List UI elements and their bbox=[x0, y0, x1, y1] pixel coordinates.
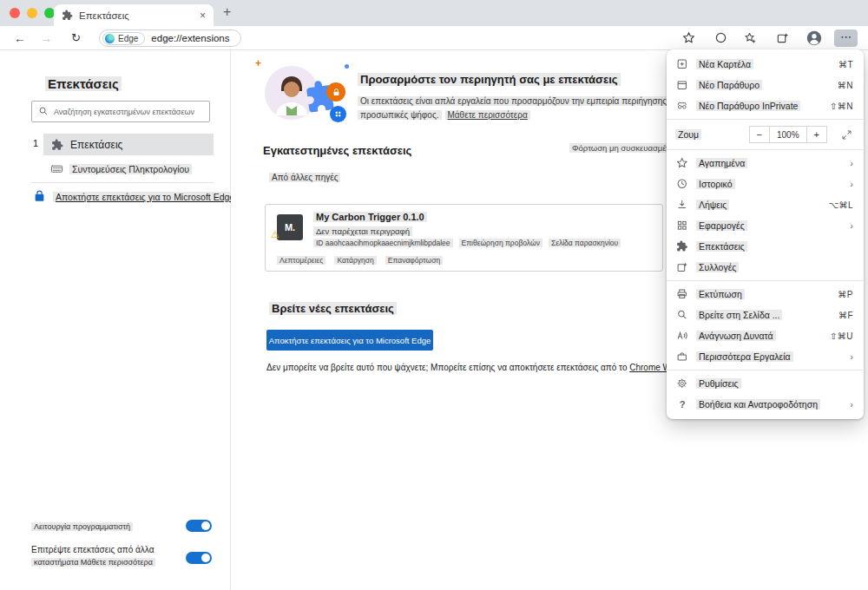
puzzle-icon bbox=[675, 240, 689, 252]
menu-item-label: Αγαπημένα bbox=[696, 158, 747, 168]
window-controls bbox=[10, 8, 55, 18]
add-favorite-star-icon[interactable] bbox=[682, 31, 696, 45]
menu-item-help-and-feedback[interactable]: ? Βοήθεια και Ανατροφοδότηση › bbox=[667, 394, 864, 415]
collections-icon bbox=[675, 261, 689, 273]
hero-description-line2: προσωπικές ψήφος. bbox=[358, 110, 442, 120]
menu-item-label: Ανάγνωση Δυνατά bbox=[696, 331, 776, 341]
get-extensions-link[interactable]: Αποκτήστε επεκτάσεις για το Microsoft Ed… bbox=[33, 190, 237, 203]
menu-separator bbox=[667, 370, 864, 370]
edge-logo-icon bbox=[105, 34, 115, 43]
new-tab-button[interactable]: + bbox=[223, 4, 231, 20]
reload-link[interactable]: Επαναφόρτωση bbox=[385, 256, 443, 265]
menu-item-find-on-page[interactable]: Βρείτε στη Σελίδα ... ⌘F bbox=[667, 305, 864, 325]
browser-essentials-icon[interactable] bbox=[714, 31, 728, 45]
allow-other-stores-toggle[interactable] bbox=[186, 552, 212, 564]
extension-description: Δεν παρέχεται περιγραφή bbox=[313, 226, 412, 236]
zoom-out-button[interactable]: − bbox=[750, 127, 769, 142]
menu-item-history[interactable]: Ιστορικό › bbox=[667, 174, 864, 194]
menu-item-label: Νέο Παράθυρο InPrivate bbox=[696, 101, 800, 111]
allow-other-stores-sublabel: καταστήματα Μάθετε περισσότερα bbox=[31, 558, 155, 567]
warning-icon: ⚠ bbox=[271, 229, 279, 240]
extensions-sidebar: Επεκτάσεις 1 Επεκτάσεις Συντομεύσεις Πλη… bbox=[0, 50, 231, 590]
menu-item-print[interactable]: Εκτύπωση ⌘P bbox=[667, 284, 864, 305]
edge-site-badge[interactable]: Edge bbox=[102, 32, 145, 45]
fullscreen-icon[interactable] bbox=[839, 129, 853, 141]
background-page-link[interactable]: Σελίδα παρασκηνίου bbox=[549, 239, 621, 247]
minimize-window-button[interactable] bbox=[27, 8, 37, 18]
search-box[interactable] bbox=[31, 101, 210, 122]
back-icon[interactable]: ← bbox=[14, 26, 26, 50]
menu-item-apps[interactable]: Εφαρμογές › bbox=[667, 215, 864, 236]
extension-name: My Carbon Trigger 0.1.0 bbox=[313, 212, 427, 222]
forward-icon[interactable]: → bbox=[40, 26, 52, 50]
chevron-right-icon: › bbox=[850, 179, 853, 189]
sidebar-item-keyboard-shortcuts[interactable]: Συντομεύσεις Πληκτρολογίου bbox=[50, 162, 192, 175]
menu-item-more-tools[interactable]: Περισσότερα Εργαλεία › bbox=[667, 346, 864, 367]
menu-item-extensions[interactable]: Επεκτάσεις bbox=[667, 236, 864, 257]
navigation-bar: ← → ↻ Edge edge://extensions ⋯ bbox=[0, 26, 868, 50]
hero-dot-decoration bbox=[345, 64, 349, 69]
store-icon bbox=[33, 190, 46, 203]
menu-item-zoom: Ζουμ − 100% + bbox=[667, 122, 864, 147]
favorites-icon[interactable] bbox=[744, 31, 758, 45]
remove-link[interactable]: Κατάργηση bbox=[334, 256, 376, 265]
browser-window: Επεκτάσεις × + ← → ↻ Edge edge://extensi… bbox=[0, 0, 868, 590]
profile-avatar[interactable] bbox=[806, 30, 822, 46]
menu-item-favorites[interactable]: Αγαπημένα › bbox=[667, 153, 864, 174]
sidebar-item-extensions[interactable]: Επεκτάσεις bbox=[43, 134, 214, 155]
developer-mode-toggle[interactable] bbox=[186, 520, 212, 532]
menu-item-settings[interactable]: Ρυθμίσεις bbox=[667, 373, 864, 394]
close-tab-icon[interactable]: × bbox=[200, 10, 206, 22]
inprivate-icon bbox=[675, 100, 689, 112]
printer-icon bbox=[675, 288, 689, 300]
refresh-icon[interactable]: ↻ bbox=[71, 26, 81, 50]
toolbox-icon bbox=[675, 351, 689, 363]
extension-id: ID aaohcaacihmopkaaecnimjkmlibpdalee bbox=[313, 239, 453, 247]
developer-mode-label: Λειτουργία προγραμματιστή bbox=[31, 522, 133, 531]
puzzle-icon bbox=[51, 139, 63, 151]
menu-item-new-window[interactable]: Νέο Παράθυρο ⌘N bbox=[667, 75, 864, 95]
edge-badge-label: Edge bbox=[118, 34, 138, 43]
extension-icon: M. bbox=[277, 214, 303, 240]
count-badge: 1 bbox=[33, 138, 38, 148]
browser-tab[interactable]: Επεκτάσεις × bbox=[54, 4, 214, 26]
menu-item-label: Ρυθμίσεις bbox=[696, 378, 741, 389]
help-icon: ? bbox=[675, 399, 689, 410]
menu-item-shortcut: ⌘P bbox=[838, 290, 853, 299]
footer-text: Δεν μπορείτε να βρείτε αυτό που ψάχνετε;… bbox=[266, 363, 629, 372]
menu-item-label: Νέα Καρτέλα bbox=[696, 59, 753, 69]
menu-item-label: Εφαρμογές bbox=[696, 220, 747, 231]
hero-description-line1: Οι επεκτάσεις είναι απλά εργαλεία που πρ… bbox=[358, 96, 688, 106]
hero-spark-decoration: + bbox=[255, 57, 261, 69]
menu-item-label: Εκτύπωση bbox=[696, 289, 745, 299]
menu-separator bbox=[667, 149, 864, 150]
zoom-in-button[interactable]: + bbox=[806, 127, 826, 142]
star-icon bbox=[675, 157, 689, 169]
address-bar[interactable]: Edge edge://extensions bbox=[99, 30, 241, 47]
close-window-button[interactable] bbox=[10, 8, 20, 18]
menu-item-label: Επεκτάσεις bbox=[696, 241, 747, 252]
menu-item-read-aloud[interactable]: Ανάγνωση Δυνατά ⇧⌘U bbox=[667, 325, 864, 346]
learn-more-link[interactable]: Μάθετε περισσότερα bbox=[445, 110, 530, 120]
hero-lock-icon bbox=[326, 82, 345, 102]
extension-card: M. ⚠ My Carbon Trigger 0.1.0 Δεν παρέχετ… bbox=[265, 204, 663, 272]
find-new-extensions-heading: Βρείτε νέες επεκτάσεις bbox=[269, 302, 397, 315]
settings-and-more-button[interactable]: ⋯ bbox=[834, 30, 858, 47]
menu-item-new-inprivate-window[interactable]: Νέο Παράθυρο InPrivate ⇧⌘N bbox=[667, 95, 864, 116]
menu-item-label: Περισσότερα Εργαλεία bbox=[696, 351, 793, 362]
menu-item-shortcut: ⌥⌘L bbox=[828, 200, 853, 210]
sidebar-title: Επεκτάσεις bbox=[45, 76, 122, 91]
menu-item-collections[interactable]: Συλλογές bbox=[667, 257, 864, 278]
menu-separator bbox=[667, 280, 864, 281]
collections-icon[interactable] bbox=[776, 31, 790, 45]
menu-item-label: Βρείτε στη Σελίδα ... bbox=[696, 310, 782, 320]
sidebar-divider bbox=[31, 182, 214, 183]
get-extensions-button[interactable]: Αποκτήστε επεκτάσεις για το Microsoft Ed… bbox=[266, 330, 433, 351]
menu-item-downloads[interactable]: Λήψεις ⌥⌘L bbox=[667, 194, 864, 215]
chevron-right-icon: › bbox=[850, 158, 853, 168]
inspect-views-link[interactable]: Επιθεώρηση προβολών bbox=[459, 239, 542, 247]
menu-item-new-tab[interactable]: Νέα Καρτέλα ⌘T bbox=[667, 54, 864, 75]
search-input[interactable] bbox=[54, 108, 203, 116]
clock-icon bbox=[675, 178, 689, 190]
details-link[interactable]: Λεπτομέρειες bbox=[277, 256, 326, 265]
